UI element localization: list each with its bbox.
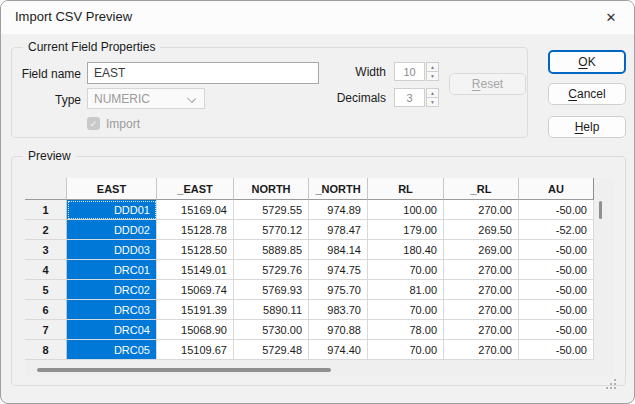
data-cell[interactable]: 5889.85 (234, 240, 309, 260)
dialog-title: Import CSV Preview (15, 9, 132, 24)
row-header[interactable]: 5 (25, 280, 67, 300)
column-header-_east[interactable]: _EAST (157, 178, 234, 200)
data-cell[interactable]: DRC02 (67, 280, 157, 300)
ok-button[interactable]: OK (548, 50, 626, 74)
width-spin-down-button[interactable]: ▼ (426, 72, 439, 81)
data-cell[interactable]: 5729.55 (234, 200, 309, 220)
row-header[interactable]: 6 (25, 300, 67, 320)
data-cell[interactable]: 15069.74 (157, 280, 234, 300)
horizontal-scrollbar[interactable] (37, 368, 331, 372)
data-cell[interactable]: DDD01 (67, 200, 157, 220)
column-header-au[interactable]: AU (519, 178, 594, 200)
data-cell[interactable]: DRC04 (67, 320, 157, 340)
data-cell[interactable]: DRC01 (67, 260, 157, 280)
data-cell[interactable]: 269.50 (444, 220, 519, 240)
data-cell[interactable]: 974.40 (309, 340, 368, 360)
data-cell[interactable]: -50.00 (519, 240, 594, 260)
data-cell[interactable]: 179.00 (368, 220, 444, 240)
vertical-scrollbar[interactable] (599, 201, 602, 219)
data-cell[interactable]: 100.00 (368, 200, 444, 220)
data-cell[interactable]: 81.00 (368, 280, 444, 300)
data-cell[interactable]: 15128.78 (157, 220, 234, 240)
decimals-spin-down-button[interactable]: ▼ (426, 98, 439, 107)
data-cell[interactable]: 269.00 (444, 240, 519, 260)
data-cell[interactable]: 70.00 (368, 260, 444, 280)
data-cell[interactable]: 78.00 (368, 320, 444, 340)
data-cell[interactable]: 15128.50 (157, 240, 234, 260)
title-bar[interactable]: Import CSV Preview ✕ (1, 1, 634, 34)
row-header[interactable]: 7 (25, 320, 67, 340)
row-header[interactable]: 8 (25, 340, 67, 360)
data-cell[interactable]: -52.00 (519, 220, 594, 240)
close-button[interactable]: ✕ (596, 5, 626, 30)
data-cell[interactable]: 970.88 (309, 320, 368, 340)
data-cell[interactable]: 5769.93 (234, 280, 309, 300)
preview-table: EAST_EASTNORTH_NORTHRL_RLAU 1DDD0115169.… (25, 178, 613, 377)
decimals-label: Decimals (326, 91, 386, 105)
data-cell[interactable]: -50.00 (519, 280, 594, 300)
decimals-input[interactable]: 3 (394, 88, 425, 107)
data-cell[interactable]: 5770.12 (234, 220, 309, 240)
row-header[interactable]: 1 (25, 200, 67, 220)
column-header-_rl[interactable]: _RL (444, 178, 519, 200)
data-cell[interactable]: 270.00 (444, 200, 519, 220)
data-cell[interactable]: -50.00 (519, 260, 594, 280)
type-dropdown[interactable]: NUMERIC (87, 88, 205, 109)
table-header-row: EAST_EASTNORTH_NORTHRL_RLAU (25, 178, 613, 200)
chevron-down-icon (187, 94, 196, 103)
data-cell[interactable]: 180.40 (368, 240, 444, 260)
column-header-east[interactable]: EAST (67, 178, 157, 200)
data-cell[interactable]: 975.70 (309, 280, 368, 300)
field-name-input[interactable] (87, 62, 319, 84)
help-button[interactable]: Help (548, 116, 626, 138)
data-cell[interactable]: 15149.01 (157, 260, 234, 280)
resize-grip[interactable] (606, 379, 618, 391)
check-icon: ✓ (90, 119, 98, 129)
data-cell[interactable]: 270.00 (444, 340, 519, 360)
data-cell[interactable]: 15191.39 (157, 300, 234, 320)
data-cell[interactable]: DDD03 (67, 240, 157, 260)
data-cell[interactable]: 15068.90 (157, 320, 234, 340)
data-cell[interactable]: 15169.04 (157, 200, 234, 220)
column-header-rl[interactable]: RL (368, 178, 444, 200)
row-header[interactable]: 4 (25, 260, 67, 280)
data-cell[interactable]: 15109.67 (157, 340, 234, 360)
spin-down-icon: ▼ (430, 74, 435, 79)
corner-header[interactable] (25, 178, 67, 200)
width-spin-up-button[interactable]: ▲ (426, 62, 439, 72)
data-cell[interactable]: 5890.11 (234, 300, 309, 320)
data-cell[interactable]: -50.00 (519, 320, 594, 340)
width-input[interactable]: 10 (394, 62, 425, 81)
data-cell[interactable]: 5730.00 (234, 320, 309, 340)
row-header[interactable]: 2 (25, 220, 67, 240)
data-cell[interactable]: 5729.48 (234, 340, 309, 360)
data-cell[interactable]: -50.00 (519, 340, 594, 360)
row-header[interactable]: 3 (25, 240, 67, 260)
data-cell[interactable]: DRC05 (67, 340, 157, 360)
data-cell[interactable]: 984.14 (309, 240, 368, 260)
column-header-north[interactable]: NORTH (234, 178, 309, 200)
data-cell[interactable]: 978.47 (309, 220, 368, 240)
data-cell[interactable]: 5729.76 (234, 260, 309, 280)
import-csv-preview-dialog: Import CSV Preview ✕ Current Field Prope… (0, 0, 635, 404)
column-header-_north[interactable]: _NORTH (309, 178, 368, 200)
data-cell[interactable]: 270.00 (444, 300, 519, 320)
data-cell[interactable]: 70.00 (368, 340, 444, 360)
data-cell[interactable]: 70.00 (368, 300, 444, 320)
import-checkbox[interactable]: ✓ (87, 117, 100, 130)
data-cell[interactable]: -50.00 (519, 200, 594, 220)
data-cell[interactable]: 270.00 (444, 280, 519, 300)
data-cell[interactable]: 974.89 (309, 200, 368, 220)
data-cell[interactable]: 983.70 (309, 300, 368, 320)
data-cell[interactable]: 270.00 (444, 260, 519, 280)
reset-button[interactable]: Reset (449, 73, 526, 95)
data-cell[interactable]: DRC03 (67, 300, 157, 320)
close-icon: ✕ (606, 10, 617, 25)
type-value: NUMERIC (94, 92, 150, 106)
data-cell[interactable]: 270.00 (444, 320, 519, 340)
decimals-spin-up-button[interactable]: ▲ (426, 88, 439, 98)
cancel-button[interactable]: Cancel (548, 83, 626, 105)
data-cell[interactable]: DDD02 (67, 220, 157, 240)
data-cell[interactable]: 974.75 (309, 260, 368, 280)
data-cell[interactable]: -50.00 (519, 300, 594, 320)
